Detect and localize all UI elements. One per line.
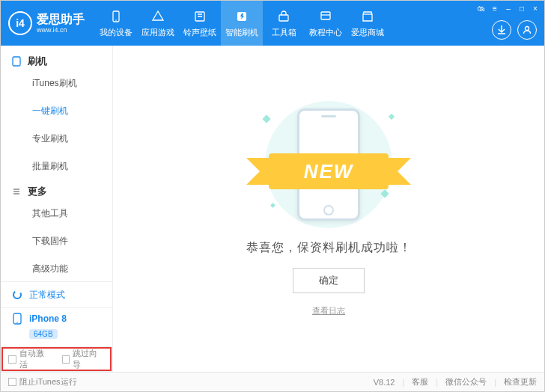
phone-icon [109,9,124,24]
svg-rect-4 [279,15,288,21]
success-illustration: NEW [250,101,407,228]
footer-link-support[interactable]: 客服 [412,376,428,388]
footer-link-wechat[interactable]: 微信公众号 [445,376,487,388]
option-label: 自动激活 [19,348,52,370]
device-icon [11,56,22,67]
option-label: 跳过向导 [73,348,105,370]
svg-point-10 [16,322,18,323]
header-bar: i4 爱思助手 www.i4.cn 我的设备应用游戏铃声壁纸智能刷机工具箱教程中… [1,1,544,46]
svg-rect-5 [321,12,330,19]
sparkle-icon [389,114,395,120]
block-itunes-label: 阻止iTunes运行 [19,376,77,388]
download-button[interactable] [492,20,511,40]
device-row[interactable]: iPhone 8 64GB [1,307,112,346]
body: 刷机iTunes刷机一键刷机专业刷机批量刷机更多其他工具下载固件高级功能 正常模… [1,46,544,372]
close-icon[interactable]: × [529,2,541,14]
sidebar: 刷机iTunes刷机一键刷机专业刷机批量刷机更多其他工具下载固件高级功能 正常模… [1,46,113,372]
download-icon [496,25,507,35]
footer-bar: 阻止iTunes运行 V8.12 | 客服 | 微信公众号 | 检查更新 [1,372,544,391]
sidebar-section-header: 更多 [1,180,112,200]
basket-icon[interactable]: 🛍 [475,2,487,14]
svg-point-6 [526,27,529,31]
svg-rect-7 [13,57,20,66]
user-button[interactable] [517,20,537,40]
top-nav: 我的设备应用游戏铃声壁纸智能刷机工具箱教程中心爱思商城 [95,1,389,46]
sparkle-icon [262,114,270,123]
nav-label: 应用游戏 [141,27,174,38]
mode-status[interactable]: 正常模式 [1,282,112,307]
device-storage-badge: 64GB [29,329,58,339]
svg-point-8 [13,291,21,298]
store-icon [360,9,375,24]
nav-ringtone[interactable]: 铃声壁纸 [179,1,221,46]
main-area: NEW 恭喜您，保资料刷机成功啦！ 确定 查看日志 [113,46,544,372]
sidebar-item[interactable]: 下载固件 [1,227,112,255]
brand-logo-icon: i4 [8,11,32,35]
brand-title: 爱思助手 [37,13,85,26]
brand[interactable]: i4 爱思助手 www.i4.cn [1,1,95,46]
checkbox-icon [8,355,16,364]
nav-label: 工具箱 [272,27,296,38]
svg-point-1 [115,19,117,21]
block-itunes-checkbox[interactable]: 阻止iTunes运行 [8,376,77,388]
header-right-buttons [492,20,537,40]
sidebar-item[interactable]: 其他工具 [1,200,112,227]
flash-icon [234,9,249,24]
ok-button[interactable]: 确定 [293,268,365,293]
sparkle-icon [270,203,275,208]
success-message: 恭喜您，保资料刷机成功啦！ [246,240,412,256]
nav-store[interactable]: 爱思商城 [347,1,389,46]
toolbox-icon [276,9,291,24]
mode-status-label: 正常模式 [29,289,65,301]
new-ribbon: NEW [269,153,389,189]
list-icon [11,186,22,197]
checkbox-icon [62,355,70,364]
apps-icon [150,9,165,24]
nav-label: 教程中心 [309,27,342,38]
tutorial-icon [318,9,333,24]
device-name: iPhone 8 [29,313,67,324]
window-controls: 🛍 ≡ – □ × [475,2,541,14]
nav-label: 我的设备 [100,27,133,38]
nav-flash[interactable]: 智能刷机 [221,1,263,46]
options-row: 自动激活跳过向导 [1,346,112,372]
version-label: V8.12 [374,378,395,387]
iphone-icon [11,313,23,325]
ringtone-icon [192,9,207,24]
sidebar-section-title: 刷机 [28,55,47,68]
maximize-icon[interactable]: □ [516,2,528,14]
nav-label: 爱思商城 [351,27,384,38]
minimize-icon[interactable]: – [502,2,514,14]
nav-apps[interactable]: 应用游戏 [137,1,179,46]
spinner-icon [11,289,23,301]
nav-toolbox[interactable]: 工具箱 [263,1,305,46]
user-icon [522,25,532,35]
option-checkbox[interactable]: 跳过向导 [62,348,106,370]
sidebar-section-header: 刷机 [1,50,112,70]
nav-phone[interactable]: 我的设备 [95,1,137,46]
sidebar-section-title: 更多 [28,185,47,198]
footer-right: V8.12 | 客服 | 微信公众号 | 检查更新 [374,376,537,388]
view-log-link[interactable]: 查看日志 [312,305,345,316]
content: NEW 恭喜您，保资料刷机成功啦！ 确定 查看日志 [113,46,544,372]
sidebar-bottom: 正常模式 iPhone 8 64GB 自动激活跳过向导 [1,281,112,372]
checkbox-icon [8,378,16,386]
menu-icon[interactable]: ≡ [489,2,501,14]
sidebar-item[interactable]: 专业刷机 [1,125,112,153]
footer-link-update[interactable]: 检查更新 [504,376,537,388]
nav-label: 智能刷机 [225,27,258,38]
nav-label: 铃声壁纸 [183,27,216,38]
nav-tutorial[interactable]: 教程中心 [305,1,347,46]
sidebar-item[interactable]: 高级功能 [1,255,112,281]
option-checkbox[interactable]: 自动激活 [8,348,52,370]
app-window: i4 爱思助手 www.i4.cn 我的设备应用游戏铃声壁纸智能刷机工具箱教程中… [0,0,545,392]
sidebar-item[interactable]: 一键刷机 [1,97,112,125]
brand-subtitle: www.i4.cn [37,26,85,34]
sidebar-item[interactable]: iTunes刷机 [1,70,112,97]
sidebar-item[interactable]: 批量刷机 [1,153,112,180]
